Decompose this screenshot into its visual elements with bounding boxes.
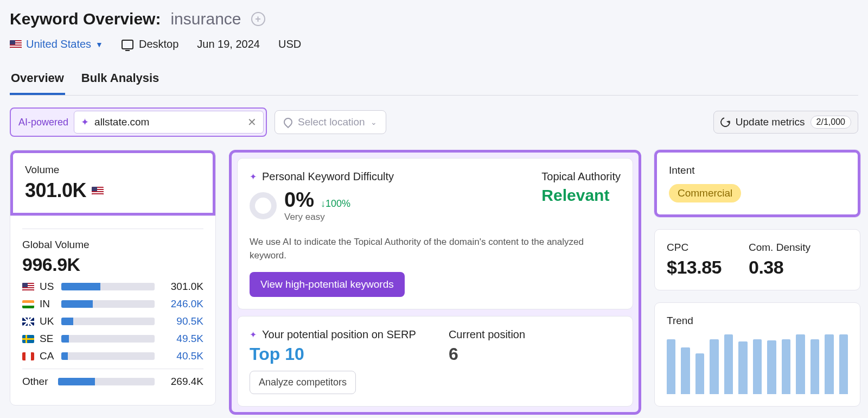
volume-label: Volume — [25, 164, 201, 176]
current-position-value: 6 — [449, 344, 525, 364]
currency-label: USD — [278, 38, 301, 50]
page-title: Keyword Overview: — [10, 10, 161, 28]
volume-row[interactable]: IN246.0K — [22, 298, 203, 310]
country-code: US — [40, 281, 56, 293]
global-volume-label: Global Volume — [22, 239, 203, 251]
update-count-badge: 2/1,000 — [810, 116, 851, 129]
tab-bulk-analysis[interactable]: Bulk Analysis — [80, 66, 160, 95]
other-label: Other — [22, 376, 53, 388]
global-volume-value: 996.9K — [22, 254, 203, 275]
trend-bar — [767, 340, 776, 394]
analyze-competitors-button[interactable]: Analyze competitors — [250, 371, 356, 394]
trend-bar — [810, 339, 819, 394]
volume-row[interactable]: CA40.5K — [22, 350, 203, 362]
com-density-label: Com. Density — [749, 242, 810, 254]
domain-input[interactable]: ✦ allstate.com ✕ — [74, 111, 264, 134]
domain-value: allstate.com — [94, 116, 242, 128]
volume-value: 301.0K — [25, 179, 86, 202]
pkd-delta: ↓100% — [321, 198, 350, 210]
cpc-label: CPC — [667, 242, 722, 254]
current-position-label: Current position — [449, 328, 525, 341]
pkd-subtitle: Very easy — [284, 212, 350, 223]
trend-card: Trend — [654, 302, 860, 407]
serp-title: Your potential position on SERP — [262, 328, 416, 341]
desktop-icon — [122, 40, 133, 49]
sparkle-icon: ✦ — [81, 116, 89, 128]
sparkle-icon: ✦ — [250, 330, 257, 340]
device-selector[interactable]: Desktop — [122, 38, 178, 50]
topical-authority-value: Relevant — [541, 186, 621, 205]
trend-label: Trend — [667, 315, 848, 327]
volume-bar — [61, 335, 155, 343]
flag-us-icon — [92, 187, 104, 195]
location-select[interactable]: Select location ⌄ — [275, 110, 386, 134]
trend-bar — [681, 347, 690, 394]
intent-value: Commercial — [669, 184, 741, 202]
volume-row-value: 49.5K — [160, 333, 203, 345]
com-density-value: 0.38 — [749, 257, 810, 278]
flag-se-icon — [22, 335, 34, 343]
volume-bar — [61, 283, 155, 290]
trend-bar — [782, 339, 790, 394]
other-bar — [58, 378, 155, 385]
trend-bar — [839, 334, 848, 394]
country-code: CA — [40, 350, 56, 362]
ai-insights-group: ✦ Personal Keyword Difficulty 0% ↓100% V… — [229, 150, 641, 415]
volume-row[interactable]: UK90.5K — [22, 315, 203, 327]
volume-row[interactable]: SE49.5K — [22, 333, 203, 345]
flag-us-icon — [10, 40, 22, 48]
chevron-down-icon: ⌄ — [371, 118, 377, 126]
flag-ca-icon — [22, 352, 34, 360]
cpc-value: $13.85 — [667, 257, 722, 278]
volume-row-value: 40.5K — [160, 350, 203, 362]
pkd-donut-icon — [250, 192, 277, 219]
pkd-title: Personal Keyword Difficulty — [262, 170, 394, 183]
pkd-description: We use AI to indicate the Topical Author… — [250, 236, 621, 262]
trend-bar — [724, 334, 733, 394]
trend-bar — [796, 334, 805, 394]
volume-row-value: 246.0K — [160, 298, 203, 310]
country-label: United States — [26, 38, 91, 50]
ai-domain-filter: AI-powered ✦ allstate.com ✕ — [10, 107, 267, 137]
location-pin-icon — [282, 116, 295, 129]
device-label: Desktop — [139, 38, 178, 50]
volume-card: Volume 301.0K Global Volume 996.9K US301… — [10, 150, 216, 406]
topical-authority-label: Topical Authority — [541, 170, 621, 183]
serp-value: Top 10 — [250, 344, 416, 364]
location-placeholder: Select location — [298, 116, 365, 128]
trend-bar — [825, 334, 833, 394]
ai-powered-label: AI-powered — [18, 117, 68, 128]
intent-label: Intent — [669, 164, 846, 176]
view-high-potential-button[interactable]: View high-potential keywords — [250, 272, 405, 297]
keyword-value: insurance — [170, 10, 241, 28]
trend-bar — [710, 339, 718, 394]
update-metrics-button[interactable]: Update metrics 2/1,000 — [713, 111, 858, 134]
trend-bar — [695, 353, 704, 394]
volume-row-value: 301.0K — [160, 281, 203, 293]
country-code: UK — [40, 315, 56, 327]
other-value: 269.4K — [160, 376, 203, 388]
pkd-percent: 0% — [284, 188, 314, 212]
add-keyword-icon[interactable]: + — [251, 12, 265, 26]
trend-bar — [738, 341, 747, 394]
tab-overview[interactable]: Overview — [10, 66, 65, 95]
intent-card: Intent Commercial — [654, 150, 860, 217]
country-selector[interactable]: United States ▼ — [10, 38, 103, 50]
country-code: SE — [40, 333, 56, 345]
country-code: IN — [40, 298, 56, 310]
flag-uk-icon — [22, 318, 34, 326]
volume-bar — [61, 300, 155, 308]
volume-row[interactable]: US301.0K — [22, 281, 203, 293]
trend-bar — [667, 339, 675, 394]
flag-in-icon — [22, 300, 34, 308]
clear-domain-icon[interactable]: ✕ — [247, 116, 257, 129]
volume-bar — [61, 318, 155, 325]
volume-bar — [61, 352, 155, 360]
trend-chart — [667, 334, 848, 394]
cpc-card: CPC $13.85 Com. Density 0.38 — [654, 229, 860, 290]
chevron-down-icon: ▼ — [95, 40, 103, 49]
date-label: Jun 19, 2024 — [197, 38, 260, 50]
volume-row-value: 90.5K — [160, 315, 203, 327]
update-metrics-label: Update metrics — [736, 116, 805, 128]
trend-bar — [753, 339, 762, 394]
